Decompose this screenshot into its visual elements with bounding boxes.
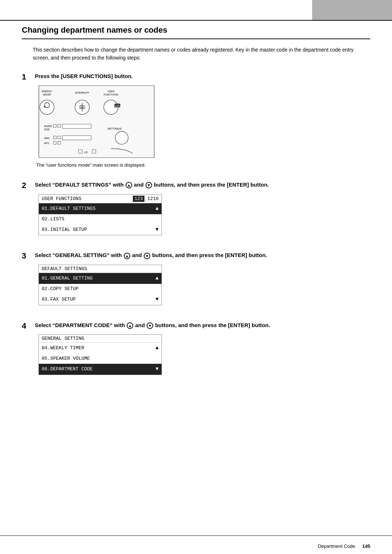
step-1: 1 Press the [USER FUNCTIONS] button. ENE… (22, 72, 370, 168)
svg-text:FUNCTIONS: FUNCTIONS (103, 93, 118, 96)
svg-point-6 (40, 100, 54, 115)
down-arrow-icon-3: ▼ (144, 253, 150, 259)
svg-text:SIZE: SIZE (44, 128, 50, 131)
step-2-instruction: Select “DEFAULT SETTINGS” with ▲ and ▼ b… (35, 181, 370, 189)
lcd-row-3-1: 05.SPEAKER VOLUME (39, 354, 162, 364)
lcd-row-text-2-2: 03.FAX SETUP (42, 296, 154, 304)
step-2-and: and (134, 182, 144, 188)
lcd-header-3: GENERAL SETTING (39, 335, 162, 343)
step-2-number: 2 (22, 181, 35, 190)
lcd-badge-1: 123 (133, 196, 144, 202)
lcd-row-text-1-1: 02.LISTS (42, 215, 159, 223)
lcd-screen-1: USER FUNCTIONS 123 1216 01.DEFAULT SETTI… (38, 194, 162, 236)
svg-rect-16 (62, 124, 91, 129)
scroll-down-arrow-1: ▼ (156, 225, 159, 234)
svg-text:AMS: AMS (44, 137, 49, 139)
lcd-row-2-1: 02.COPY SETUP (39, 284, 162, 294)
step-3-content: Select “GENERAL SETTING” with ▲ and ▼ bu… (35, 251, 370, 308)
step-4-instruction-prefix: Select “DEPARTMENT CODE” with (35, 322, 125, 328)
top-rule (0, 20, 392, 21)
lcd-header-text-1: USER FUNCTIONS (42, 196, 133, 201)
step-2-instruction-prefix: Select “DEFAULT SETTINGS” with (35, 182, 124, 188)
lcd-header-1: USER FUNCTIONS 123 1216 (39, 195, 162, 203)
lcd-row-1-0: 01.DEFAULT SETTINGS ▲ (39, 203, 162, 214)
step-3-number: 3 (22, 251, 35, 261)
svg-text:LD: LD (84, 151, 87, 154)
up-arrow-icon-2: ▲ (126, 182, 132, 188)
svg-text:SAVER: SAVER (43, 93, 51, 96)
step-2-instruction-suffix: buttons, and then press the [ENTER] butt… (154, 182, 269, 188)
lcd-row-text-3-1: 05.SPEAKER VOLUME (42, 355, 159, 363)
up-arrow-icon-4: ▲ (127, 322, 133, 329)
down-arrow-icon-2: ▼ (146, 182, 152, 188)
footer: Department Code 145 (22, 543, 370, 549)
svg-text:USER: USER (107, 90, 114, 93)
step-4-instruction: Select “DEPARTMENT CODE” with ▲ and ▼ bu… (35, 321, 370, 330)
step-1-content: Press the [USER FUNCTIONS] button. ENERG… (35, 72, 370, 168)
svg-rect-22 (62, 136, 91, 140)
step-4-instruction-suffix: buttons, and then press the [ENTER] butt… (155, 322, 270, 328)
scroll-down-arrow-2: ▼ (156, 295, 159, 304)
svg-rect-0 (39, 86, 154, 158)
lcd-row-text-2-0: 01.GENERAL SETTING (42, 274, 154, 282)
svg-text:SETTINGS: SETTINGS (107, 127, 122, 130)
lcd-row-3-2: 06.DEPARTMENT CODE ▼ (39, 364, 162, 375)
lcd-row-text-2-1: 02.COPY SETUP (42, 285, 159, 293)
svg-text:MIXED: MIXED (44, 125, 52, 127)
lcd-row-2-0: 01.GENERAL SETTING ▲ (39, 273, 162, 284)
section-title: Changing department names or codes (22, 25, 370, 39)
lcd-row-text-3-0: 04.WEEKLY TIMER (42, 344, 154, 352)
scroll-up-arrow-2: ▲ (156, 274, 159, 283)
lcd-row-2-2: 03.FAX SETUP ▼ (39, 294, 162, 305)
svg-text:ENERGY: ENERGY (42, 90, 53, 93)
lcd-screen-3: GENERAL SETTING 04.WEEKLY TIMER ▲ 05.SPE… (38, 334, 162, 375)
step-3-instruction-suffix: buttons, and then press the [ENTER] butt… (152, 252, 267, 258)
step-4-content: Select “DEPARTMENT CODE” with ▲ and ▼ bu… (35, 321, 370, 378)
main-content: Changing department names or codes This … (22, 25, 370, 532)
step-3-instruction-prefix: Select “GENERAL SETTING” with (35, 252, 122, 258)
step-4: 4 Select “DEPARTMENT CODE” with ▲ and ▼ … (22, 321, 370, 378)
step-1-number: 1 (22, 72, 35, 82)
footer-label: Department Code (318, 543, 355, 549)
step-2-content: Select “DEFAULT SETTINGS” with ▲ and ▼ b… (35, 181, 370, 238)
lcd-row-text-1-0: 01.DEFAULT SETTINGS (42, 205, 154, 213)
lcd-row-text-3-2: 06.DEPARTMENT CODE (42, 365, 154, 373)
intro-text: This section describes how to change the… (33, 46, 370, 62)
lcd-header-text-2: DEFAULT SETTINGS (42, 266, 159, 272)
svg-point-18 (115, 131, 128, 144)
lcd-row-3-0: 04.WEEKLY TIMER ▲ (39, 343, 162, 354)
svg-text:APS: APS (44, 142, 49, 145)
lcd-header-text-3: GENERAL SETTING (42, 336, 159, 341)
svg-text:123: 123 (115, 105, 120, 107)
lcd-row-text-1-2: 03.INITIAL SETUP (42, 226, 154, 234)
bottom-rule (0, 535, 392, 536)
scroll-up-arrow-1: ▲ (156, 204, 159, 213)
step-4-number: 4 (22, 321, 35, 331)
step-3-instruction: Select “GENERAL SETTING” with ▲ and ▼ bu… (35, 251, 370, 260)
step-3: 3 Select “GENERAL SETTING” with ▲ and ▼ … (22, 251, 370, 308)
scroll-up-arrow-3: ▲ (156, 344, 159, 353)
lcd-header-2: DEFAULT SETTINGS (39, 265, 162, 273)
svg-text:INTERRUPT: INTERRUPT (75, 91, 90, 94)
up-arrow-icon-3: ▲ (124, 253, 130, 259)
panel-diagram: ENERGY SAVER INTERRUPT USER FUNCTIONS (38, 85, 155, 158)
down-arrow-icon-4: ▼ (147, 322, 153, 329)
step-4-and: and (135, 322, 145, 328)
lcd-screen-2: DEFAULT SETTINGS 01.GENERAL SETTING ▲ 02… (38, 265, 162, 305)
step-3-and: and (132, 252, 142, 258)
scroll-down-arrow-3: ▼ (156, 365, 159, 374)
step-1-note: The “user functions mode” main screen is… (36, 162, 370, 168)
lcd-row-1-2: 03.INITIAL SETUP ▼ (39, 224, 162, 235)
step-1-instruction: Press the [USER FUNCTIONS] button. (35, 72, 370, 81)
lcd-page-1: 1216 (147, 196, 159, 201)
lcd-row-1-1: 02.LISTS (39, 214, 162, 224)
step-2: 2 Select “DEFAULT SETTINGS” with ▲ and ▼… (22, 181, 370, 238)
footer-page: 145 (362, 543, 370, 549)
top-bar (312, 0, 392, 20)
